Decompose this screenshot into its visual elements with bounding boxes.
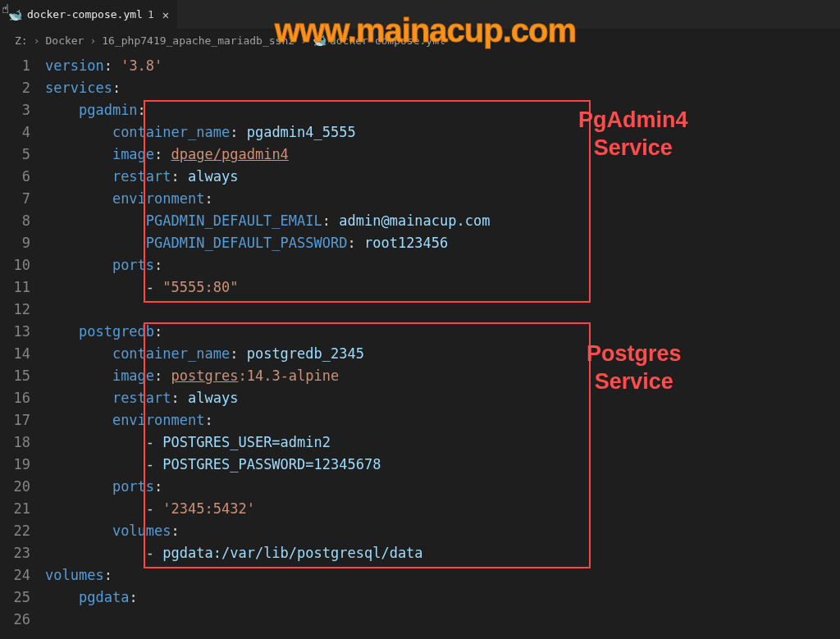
code-line[interactable]: - pgdata:/var/lib/postgresql/data [45,542,840,564]
bc-folder1[interactable]: Docker [45,34,84,47]
code-line[interactable]: - POSTGRES_PASSWORD=12345678 [45,454,840,476]
line-no: 22 [0,520,30,542]
code-line[interactable]: ports: [45,254,840,276]
line-no: 16 [0,387,30,409]
cursor-hand-icon: ☝ [2,2,9,16]
line-no: 1 [0,55,30,77]
code-line[interactable]: restart: always [45,387,840,409]
tab-filename: docker-compose.yml [27,8,143,21]
code-line[interactable] [45,609,840,631]
line-no: 7 [0,188,30,210]
line-no: 3 [0,99,30,121]
code-line[interactable]: environment: [45,409,840,431]
code-line[interactable]: image: dpage/pgadmin4 [45,144,840,166]
code-line[interactable]: pgadmin: [45,99,840,121]
breadcrumb[interactable]: Z: › Docker › 16_php7419_apache_mariadb_… [0,29,840,52]
code-line[interactable]: services: [45,77,840,99]
chevron-right-icon: › [34,34,40,47]
file-tab[interactable]: 🐋 docker-compose.yml 1 ✕ [0,0,177,29]
bc-drive[interactable]: Z: [15,34,28,47]
code-line[interactable]: PGADMIN_DEFAULT_EMAIL: admin@mainacup.co… [45,210,840,232]
code-line[interactable]: environment: [45,188,840,210]
code-line[interactable]: ports: [45,476,840,498]
code-line[interactable]: volumes: [45,564,840,587]
bc-folder2[interactable]: 16_php7419_apache_mariadb_ssh2 [102,34,294,47]
tab-badge: 1 [148,8,154,21]
line-no: 13 [0,321,30,343]
line-no: 2 [0,77,30,99]
line-no: 4 [0,121,30,144]
code-line[interactable]: volumes: [45,520,840,542]
code-content[interactable]: version: '3.8' services: pgadmin: contai… [45,55,840,631]
line-no: 12 [0,299,30,321]
line-no: 24 [0,564,30,587]
line-no: 5 [0,144,30,166]
close-icon[interactable]: ✕ [162,8,169,21]
line-no: 26 [0,609,30,631]
code-line[interactable]: - "5555:80" [45,276,840,299]
code-line[interactable]: - '2345:5432' [45,498,840,520]
bc-file[interactable]: docker-compose.yml [330,34,445,47]
line-no: 19 [0,454,30,476]
line-gutter: 1 2 3 4 5 6 7 8 9 10 11 12 13 14 15 16 1… [0,55,45,631]
line-no: 15 [0,365,30,387]
line-no: 11 [0,276,30,299]
line-no: 21 [0,498,30,520]
line-no: 10 [0,254,30,276]
line-no: 14 [0,343,30,365]
line-no: 8 [0,210,30,232]
code-line[interactable]: image: postgres:14.3-alpine [45,365,840,387]
line-no: 17 [0,409,30,431]
docker-icon: 🐋 [313,34,326,47]
code-line[interactable]: container_name: pgadmin4_5555 [45,121,840,144]
code-editor[interactable]: 1 2 3 4 5 6 7 8 9 10 11 12 13 14 15 16 1… [0,52,840,631]
code-line[interactable]: container_name: postgredb_2345 [45,343,840,365]
chevron-right-icon: › [89,34,96,47]
code-line[interactable]: - POSTGRES_USER=admin2 [45,431,840,454]
chevron-right-icon: › [300,34,307,47]
line-no: 9 [0,232,30,254]
code-line[interactable]: postgredb: [45,321,840,343]
code-line[interactable]: PGADMIN_DEFAULT_PASSWORD: root123456 [45,232,840,254]
code-line[interactable]: version: '3.8' [45,55,840,77]
line-no: 6 [0,166,30,188]
code-line[interactable]: pgdata: [45,587,840,609]
tab-bar: 🐋 docker-compose.yml 1 ✕ [0,0,840,29]
line-no: 23 [0,542,30,564]
line-no: 25 [0,587,30,609]
line-no: 18 [0,431,30,454]
code-line[interactable] [45,299,840,321]
docker-icon: 🐋 [8,8,22,21]
code-line[interactable]: restart: always [45,166,840,188]
line-no: 20 [0,476,30,498]
